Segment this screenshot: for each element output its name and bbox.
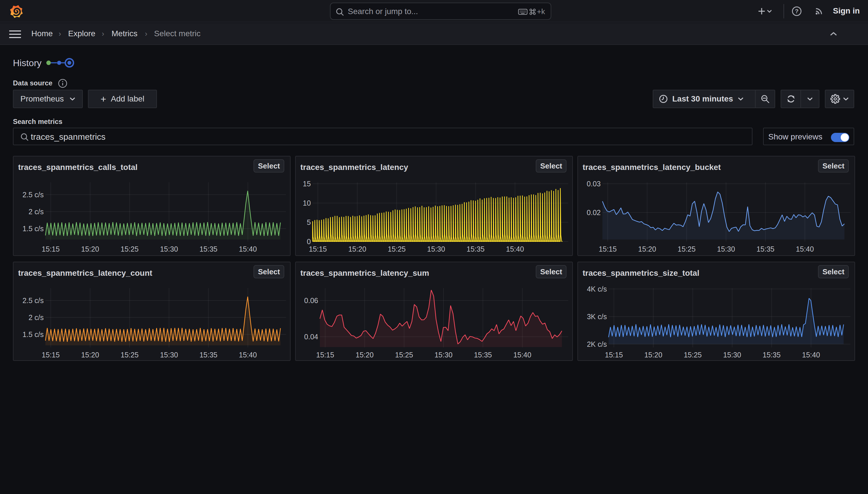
svg-text:15:15: 15:15 <box>599 245 617 253</box>
svg-text:0.06: 0.06 <box>304 297 318 304</box>
svg-text:15:25: 15:25 <box>684 351 702 359</box>
svg-text:15:35: 15:35 <box>756 245 775 253</box>
svg-text:2.5 c/s: 2.5 c/s <box>22 297 44 304</box>
svg-text:15:20: 15:20 <box>356 351 374 359</box>
svg-text:2 c/s: 2 c/s <box>28 208 44 216</box>
svg-text:15:20: 15:20 <box>81 245 99 253</box>
svg-text:0.04: 0.04 <box>304 333 318 341</box>
svg-text:15:30: 15:30 <box>160 245 178 253</box>
svg-text:15:15: 15:15 <box>42 245 60 253</box>
svg-text:4K c/s: 4K c/s <box>587 285 607 293</box>
svg-text:0.02: 0.02 <box>587 208 601 216</box>
svg-text:15:20: 15:20 <box>638 245 656 253</box>
svg-text:0: 0 <box>307 238 311 246</box>
svg-text:15:30: 15:30 <box>717 245 735 253</box>
svg-text:1.5 c/s: 1.5 c/s <box>22 330 44 339</box>
svg-text:2.5 c/s: 2.5 c/s <box>22 191 44 199</box>
svg-text:15:40: 15:40 <box>796 245 814 253</box>
svg-text:15:25: 15:25 <box>395 351 413 359</box>
svg-text:15:15: 15:15 <box>316 351 334 359</box>
svg-text:15: 15 <box>303 180 311 188</box>
svg-text:15:40: 15:40 <box>513 351 531 359</box>
svg-text:15:40: 15:40 <box>506 245 524 253</box>
svg-text:15:20: 15:20 <box>81 351 99 359</box>
svg-text:5: 5 <box>307 218 311 226</box>
svg-text:15:35: 15:35 <box>474 351 492 359</box>
svg-text:15:30: 15:30 <box>160 351 178 359</box>
svg-text:15:35: 15:35 <box>199 351 218 359</box>
svg-text:1.5 c/s: 1.5 c/s <box>22 225 44 233</box>
svg-text:15:25: 15:25 <box>388 245 406 253</box>
svg-text:15:25: 15:25 <box>121 245 139 253</box>
svg-text:15:35: 15:35 <box>199 245 218 253</box>
svg-text:0.03: 0.03 <box>587 180 601 188</box>
svg-text:3K c/s: 3K c/s <box>587 312 607 321</box>
svg-text:15:30: 15:30 <box>427 245 445 253</box>
svg-text:15:40: 15:40 <box>239 245 257 253</box>
svg-text:15:35: 15:35 <box>763 351 781 359</box>
svg-text:15:20: 15:20 <box>348 245 367 253</box>
svg-text:15:15: 15:15 <box>605 351 623 359</box>
svg-text:15:15: 15:15 <box>309 245 327 253</box>
svg-text:?: ? <box>795 8 799 14</box>
svg-text:2 c/s: 2 c/s <box>28 314 44 322</box>
svg-text:15:40: 15:40 <box>239 351 257 359</box>
svg-text:15:35: 15:35 <box>467 245 485 253</box>
svg-text:15:15: 15:15 <box>42 351 60 359</box>
svg-text:15:30: 15:30 <box>723 351 741 359</box>
svg-text:15:25: 15:25 <box>121 351 139 359</box>
svg-text:10: 10 <box>303 199 311 207</box>
svg-text:15:25: 15:25 <box>678 245 696 253</box>
svg-text:15:30: 15:30 <box>435 351 453 359</box>
svg-text:15:20: 15:20 <box>645 351 663 359</box>
svg-text:15:40: 15:40 <box>802 351 820 359</box>
svg-text:2K c/s: 2K c/s <box>587 340 607 348</box>
